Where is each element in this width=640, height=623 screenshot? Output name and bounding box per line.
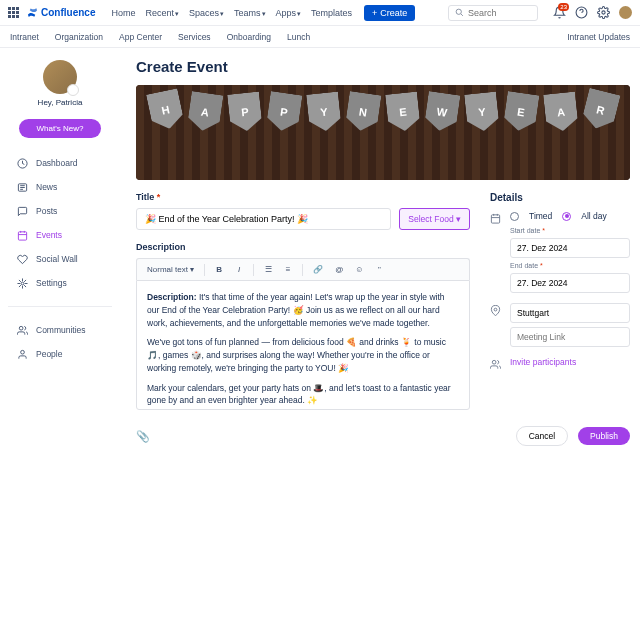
location-icon bbox=[490, 305, 502, 317]
participants-icon bbox=[490, 359, 502, 371]
svg-rect-9 bbox=[491, 215, 499, 223]
description-editor[interactable]: Description: It's that time of the year … bbox=[136, 280, 470, 410]
nav-recent[interactable]: Recent▾ bbox=[145, 8, 179, 18]
calendar-icon bbox=[490, 213, 502, 225]
nav-home[interactable]: Home bbox=[111, 8, 135, 18]
greeting-text: Hey, Patricia bbox=[38, 98, 83, 107]
events-icon bbox=[16, 229, 28, 241]
nav-teams[interactable]: Teams▾ bbox=[234, 8, 266, 18]
notification-badge: 23 bbox=[558, 3, 569, 11]
timed-radio[interactable] bbox=[510, 212, 519, 221]
create-button[interactable]: +Create bbox=[364, 5, 415, 21]
banner-flag: A bbox=[187, 91, 224, 133]
sidebar-item-communities[interactable]: Communities bbox=[8, 319, 112, 341]
numbered-list-button[interactable]: ≡ bbox=[282, 263, 294, 276]
banner-flag: A bbox=[543, 91, 579, 132]
nav-spaces[interactable]: Spaces▾ bbox=[189, 8, 224, 18]
title-label: Title * bbox=[136, 192, 470, 202]
whats-new-button[interactable]: What's New? bbox=[19, 119, 102, 138]
svg-rect-5 bbox=[18, 231, 26, 239]
banner-flag: E bbox=[385, 91, 421, 132]
sidebar-item-posts[interactable]: Posts bbox=[8, 200, 112, 222]
sidebar-item-news[interactable]: News bbox=[8, 176, 112, 198]
svg-point-0 bbox=[456, 9, 461, 14]
select-food-button[interactable]: Select Food ▾ bbox=[399, 208, 470, 230]
subnav-services[interactable]: Services bbox=[178, 32, 211, 42]
intranet-updates-link[interactable]: Intranet Updates bbox=[567, 32, 630, 42]
sidebar-item-people[interactable]: People bbox=[8, 343, 112, 365]
subnav-onboarding[interactable]: Onboarding bbox=[227, 32, 271, 42]
event-banner[interactable]: HAPPYNEWYEAR bbox=[136, 85, 630, 180]
sub-nav: Intranet Organization App Center Service… bbox=[0, 26, 640, 48]
details-heading: Details bbox=[490, 192, 630, 203]
profile-avatar[interactable] bbox=[618, 6, 632, 20]
top-bar: Confluence Home Recent▾ Spaces▾ Teams▾ A… bbox=[0, 0, 640, 26]
search-input[interactable] bbox=[468, 8, 528, 18]
editor-toolbar: Normal text ▾ B I ☰ ≡ 🔗 @ ☺ " bbox=[136, 258, 470, 280]
posts-icon bbox=[16, 205, 28, 217]
bulleted-list-button[interactable]: ☰ bbox=[262, 263, 274, 276]
bold-button[interactable]: B bbox=[213, 263, 225, 276]
gear-icon[interactable] bbox=[596, 6, 610, 20]
people-icon bbox=[16, 348, 28, 360]
news-icon bbox=[16, 181, 28, 193]
subnav-intranet[interactable]: Intranet bbox=[10, 32, 39, 42]
banner-flag: W bbox=[424, 91, 461, 133]
mention-button[interactable]: @ bbox=[333, 263, 345, 276]
main-content: Create Event HAPPYNEWYEAR Title * Select… bbox=[120, 48, 640, 623]
publish-button[interactable]: Publish bbox=[578, 427, 630, 445]
meeting-link-input[interactable] bbox=[510, 327, 630, 347]
nav-templates[interactable]: Templates bbox=[311, 8, 352, 18]
attachment-icon[interactable]: 📎 bbox=[136, 430, 150, 443]
chevron-down-icon: ▾ bbox=[456, 214, 461, 224]
svg-point-7 bbox=[19, 326, 23, 330]
svg-point-8 bbox=[20, 350, 24, 354]
svg-point-10 bbox=[494, 308, 497, 311]
app-switcher-icon[interactable] bbox=[8, 7, 19, 18]
description-label: Description bbox=[136, 242, 470, 252]
banner-flag: Y bbox=[464, 91, 500, 132]
settings-icon bbox=[16, 277, 28, 289]
link-button[interactable]: 🔗 bbox=[311, 263, 325, 276]
emoji-button[interactable]: ☺ bbox=[353, 263, 365, 276]
communities-icon bbox=[16, 324, 28, 336]
sidebar-item-dashboard[interactable]: Dashboard bbox=[8, 152, 112, 174]
sidebar-item-social[interactable]: Social Wall bbox=[8, 248, 112, 270]
help-icon[interactable] bbox=[574, 6, 588, 20]
svg-point-2 bbox=[601, 11, 604, 14]
confluence-logo[interactable]: Confluence bbox=[27, 7, 95, 18]
subnav-organization[interactable]: Organization bbox=[55, 32, 103, 42]
search-icon bbox=[455, 8, 464, 17]
banner-flag: R bbox=[581, 88, 621, 133]
location-input[interactable] bbox=[510, 303, 630, 323]
invite-participants-link[interactable]: Invite participants bbox=[510, 357, 576, 367]
user-avatar[interactable] bbox=[43, 60, 77, 94]
cancel-button[interactable]: Cancel bbox=[516, 426, 568, 446]
search-box[interactable] bbox=[448, 5, 538, 21]
subnav-lunch[interactable]: Lunch bbox=[287, 32, 310, 42]
allday-radio[interactable] bbox=[562, 212, 571, 221]
banner-flag: P bbox=[266, 91, 303, 133]
banner-flag: N bbox=[345, 91, 382, 133]
text-style-dropdown[interactable]: Normal text ▾ bbox=[145, 263, 196, 276]
primary-nav: Home Recent▾ Spaces▾ Teams▾ Apps▾ Templa… bbox=[111, 8, 352, 18]
banner-flag: P bbox=[227, 91, 263, 132]
subnav-appcenter[interactable]: App Center bbox=[119, 32, 162, 42]
nav-apps[interactable]: Apps▾ bbox=[276, 8, 302, 18]
svg-point-11 bbox=[492, 360, 496, 364]
title-input[interactable] bbox=[136, 208, 391, 230]
notifications-icon[interactable]: 23 bbox=[552, 6, 566, 20]
start-date-input[interactable] bbox=[510, 238, 630, 258]
banner-flag: Y bbox=[306, 91, 342, 132]
form-footer: 📎 Cancel Publish bbox=[136, 414, 630, 452]
sidebar-item-events[interactable]: Events bbox=[8, 224, 112, 246]
banner-flag: H bbox=[146, 88, 185, 132]
dashboard-icon bbox=[16, 157, 28, 169]
page-title: Create Event bbox=[136, 58, 630, 75]
sidebar: Hey, Patricia What's New? Dashboard News… bbox=[0, 48, 120, 623]
italic-button[interactable]: I bbox=[233, 263, 245, 276]
social-icon bbox=[16, 253, 28, 265]
end-date-input[interactable] bbox=[510, 273, 630, 293]
quote-button[interactable]: " bbox=[373, 263, 385, 276]
sidebar-item-settings[interactable]: Settings bbox=[8, 272, 112, 294]
